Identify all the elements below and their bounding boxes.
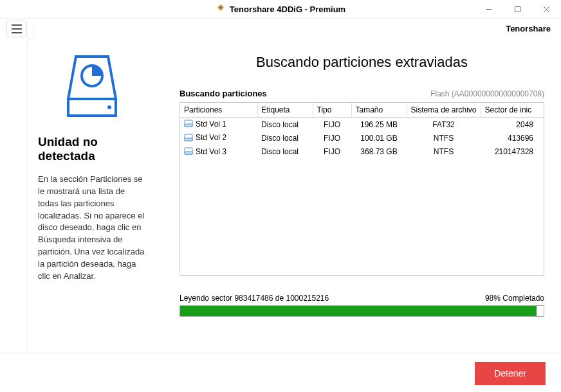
partition-name: Std Vol 1 <box>196 120 226 129</box>
sidebar-description: En la sección Particiones se le mostrará… <box>38 174 146 283</box>
partition-fs: NTFS <box>407 145 481 159</box>
toolbar: Tenorshare <box>0 18 561 39</box>
progress-fill <box>180 306 537 316</box>
page-heading: Buscando particiones extraviadas <box>179 54 544 71</box>
svg-point-6 <box>107 105 111 109</box>
table-row[interactable]: Std Vol 1Disco localFIJO196.25 MBFAT3220… <box>180 118 544 132</box>
footer: Detener <box>0 353 561 392</box>
app-logo-icon <box>216 3 226 15</box>
progress-status: Leyendo sector 983417486 de 1000215216 <box>179 294 329 303</box>
maximize-button[interactable] <box>503 0 532 18</box>
partition-size: 196.25 MB <box>351 118 407 132</box>
partition-name: Std Vol 3 <box>196 147 226 156</box>
partition-type: FIJO <box>313 131 351 145</box>
partition-sector: 210147328 <box>481 145 544 159</box>
device-id: Flash (AA000000000000000708) <box>430 89 544 98</box>
menu-button[interactable] <box>6 21 27 37</box>
content: Unidad no detectada En la sección Partic… <box>0 39 561 353</box>
app-title: Tenorshare 4DDiG - Premium <box>230 4 345 14</box>
disk-icon <box>184 147 193 157</box>
partition-sector: 413696 <box>481 131 544 145</box>
table-row[interactable]: Std Vol 3Disco localFIJO368.73 GBNTFS210… <box>180 145 544 159</box>
svg-rect-8 <box>185 124 192 127</box>
partition-label: Disco local <box>257 131 313 145</box>
drive-illustration-icon <box>38 51 146 122</box>
col-partition[interactable]: Particiones <box>180 103 257 118</box>
stop-button[interactable]: Detener <box>475 362 546 385</box>
sidebar-title: Unidad no detectada <box>38 135 146 163</box>
svg-rect-12 <box>185 152 192 154</box>
col-label[interactable]: Etiqueta <box>257 103 313 118</box>
brand-label: Tenorshare <box>506 24 551 33</box>
partition-size: 368.73 GB <box>351 145 407 159</box>
table-row[interactable]: Std Vol 2Disco localFIJO100.01 GBNTFS413… <box>180 131 544 145</box>
partition-type: FIJO <box>313 118 351 132</box>
progress-bar <box>179 305 544 317</box>
window-controls <box>474 0 561 18</box>
minimize-button[interactable] <box>474 0 503 18</box>
partition-table: Particiones Etiqueta Tipo Tamaño Sistema… <box>179 102 544 276</box>
progress-percent: 98% Completado <box>485 294 544 303</box>
svg-rect-10 <box>185 138 192 141</box>
titlebar-title-group: Tenorshare 4DDiG - Premium <box>216 3 345 15</box>
col-type[interactable]: Tipo <box>313 103 351 118</box>
table-header-row: Particiones Etiqueta Tipo Tamaño Sistema… <box>180 103 544 118</box>
disk-icon <box>184 120 193 129</box>
partition-sector: 2048 <box>481 118 544 132</box>
disk-icon <box>184 134 193 143</box>
partition-size: 100.01 GB <box>351 131 407 145</box>
toolbar-divider <box>33 21 34 37</box>
col-size[interactable]: Tamaño <box>351 103 407 118</box>
col-filesystem[interactable]: Sistema de archivo <box>407 103 481 118</box>
close-button[interactable] <box>532 0 561 18</box>
partition-type: FIJO <box>313 145 351 159</box>
partition-label: Disco local <box>257 118 313 132</box>
col-sector[interactable]: Sector de inic <box>481 103 544 118</box>
sidebar: Unidad no detectada En la sección Partic… <box>28 39 156 353</box>
partition-fs: NTFS <box>407 131 481 145</box>
progress-labels: Leyendo sector 983417486 de 1000215216 9… <box>179 294 544 303</box>
partition-name: Std Vol 2 <box>196 133 226 142</box>
progress-section: Leyendo sector 983417486 de 1000215216 9… <box>179 294 544 317</box>
list-label: Buscando particiones <box>179 89 267 98</box>
partition-label: Disco local <box>257 145 313 159</box>
list-header: Buscando particiones Flash (AA0000000000… <box>179 89 544 98</box>
svg-rect-1 <box>515 6 520 12</box>
titlebar: Tenorshare 4DDiG - Premium <box>0 0 561 18</box>
main-panel: Buscando particiones extraviadas Buscand… <box>156 39 561 353</box>
partition-fs: FAT32 <box>407 118 481 132</box>
